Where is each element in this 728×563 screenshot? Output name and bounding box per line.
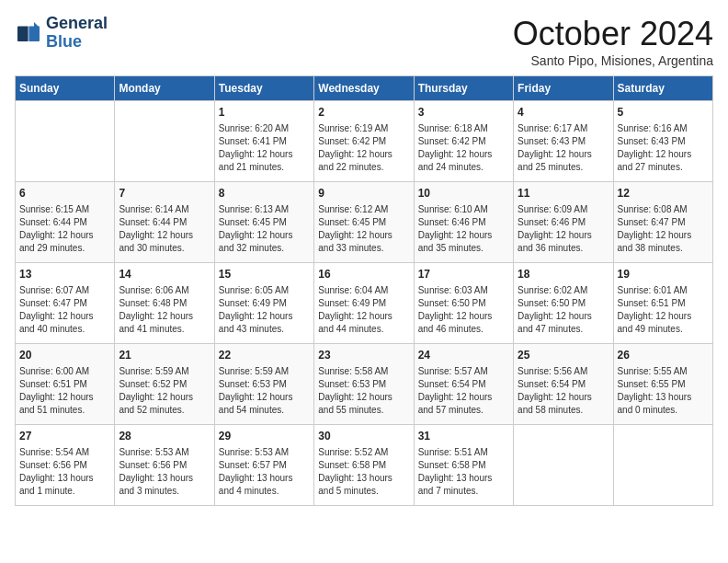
calendar-cell: 11Sunrise: 6:09 AM Sunset: 6:46 PM Dayli… xyxy=(514,182,613,263)
day-info: Sunrise: 6:20 AM Sunset: 6:41 PM Dayligh… xyxy=(219,122,310,174)
calendar-cell: 29Sunrise: 5:53 AM Sunset: 6:57 PM Dayli… xyxy=(214,425,313,506)
logo: General Blue xyxy=(15,15,108,52)
day-info: Sunrise: 6:02 AM Sunset: 6:50 PM Dayligh… xyxy=(518,284,609,336)
day-number: 22 xyxy=(219,348,310,363)
week-row-4: 20Sunrise: 6:00 AM Sunset: 6:51 PM Dayli… xyxy=(16,344,713,425)
day-info: Sunrise: 6:05 AM Sunset: 6:49 PM Dayligh… xyxy=(219,284,310,336)
calendar-cell: 21Sunrise: 5:59 AM Sunset: 6:52 PM Dayli… xyxy=(115,344,214,425)
day-info: Sunrise: 5:58 AM Sunset: 6:53 PM Dayligh… xyxy=(318,365,409,417)
day-info: Sunrise: 6:12 AM Sunset: 6:45 PM Dayligh… xyxy=(318,203,409,255)
day-number: 4 xyxy=(518,105,609,121)
day-info: Sunrise: 5:54 AM Sunset: 6:56 PM Dayligh… xyxy=(19,446,110,498)
calendar-cell: 23Sunrise: 5:58 AM Sunset: 6:53 PM Dayli… xyxy=(314,344,414,425)
calendar-cell: 15Sunrise: 6:05 AM Sunset: 6:49 PM Dayli… xyxy=(214,263,313,344)
day-number: 7 xyxy=(119,186,210,201)
week-row-5: 27Sunrise: 5:54 AM Sunset: 6:56 PM Dayli… xyxy=(16,425,713,506)
weekday-header-monday: Monday xyxy=(115,76,214,101)
calendar-cell: 12Sunrise: 6:08 AM Sunset: 6:47 PM Dayli… xyxy=(613,182,712,263)
week-row-1: 1Sunrise: 6:20 AM Sunset: 6:41 PM Daylig… xyxy=(16,101,713,182)
day-info: Sunrise: 6:08 AM Sunset: 6:47 PM Dayligh… xyxy=(618,203,709,255)
day-info: Sunrise: 6:19 AM Sunset: 6:42 PM Dayligh… xyxy=(318,122,409,174)
day-info: Sunrise: 6:14 AM Sunset: 6:44 PM Dayligh… xyxy=(119,203,210,255)
calendar-cell: 13Sunrise: 6:07 AM Sunset: 6:47 PM Dayli… xyxy=(16,263,115,344)
day-info: Sunrise: 6:09 AM Sunset: 6:46 PM Dayligh… xyxy=(518,203,609,255)
svg-rect-2 xyxy=(28,26,40,41)
day-number: 24 xyxy=(418,348,509,363)
title-area: October 2024 Santo Pipo, Misiones, Argen… xyxy=(513,15,713,68)
day-number: 23 xyxy=(318,348,409,363)
calendar-cell: 5Sunrise: 6:16 AM Sunset: 6:43 PM Daylig… xyxy=(613,101,712,182)
day-number: 8 xyxy=(219,186,310,201)
calendar-cell: 17Sunrise: 6:03 AM Sunset: 6:50 PM Dayli… xyxy=(414,263,513,344)
day-info: Sunrise: 6:10 AM Sunset: 6:46 PM Dayligh… xyxy=(418,203,509,255)
day-number: 30 xyxy=(318,429,409,444)
subtitle: Santo Pipo, Misiones, Argentina xyxy=(513,53,713,68)
calendar-cell: 25Sunrise: 5:56 AM Sunset: 6:54 PM Dayli… xyxy=(514,344,613,425)
weekday-header-row: SundayMondayTuesdayWednesdayThursdayFrid… xyxy=(16,76,713,101)
day-number: 17 xyxy=(418,267,509,282)
day-info: Sunrise: 5:56 AM Sunset: 6:54 PM Dayligh… xyxy=(518,365,609,417)
day-info: Sunrise: 6:06 AM Sunset: 6:48 PM Dayligh… xyxy=(119,284,210,336)
day-number: 29 xyxy=(219,429,310,444)
week-row-3: 13Sunrise: 6:07 AM Sunset: 6:47 PM Dayli… xyxy=(16,263,713,344)
day-number: 2 xyxy=(318,105,409,121)
month-title: October 2024 xyxy=(513,15,713,53)
day-info: Sunrise: 6:18 AM Sunset: 6:42 PM Dayligh… xyxy=(418,122,509,174)
day-number: 14 xyxy=(119,267,210,282)
calendar-cell: 20Sunrise: 6:00 AM Sunset: 6:51 PM Dayli… xyxy=(16,344,115,425)
calendar-cell: 18Sunrise: 6:02 AM Sunset: 6:50 PM Dayli… xyxy=(514,263,613,344)
day-info: Sunrise: 5:55 AM Sunset: 6:55 PM Dayligh… xyxy=(618,365,709,417)
weekday-header-tuesday: Tuesday xyxy=(214,76,313,101)
day-number: 6 xyxy=(19,186,110,201)
day-info: Sunrise: 5:53 AM Sunset: 6:57 PM Dayligh… xyxy=(219,446,310,498)
calendar-cell: 31Sunrise: 5:51 AM Sunset: 6:58 PM Dayli… xyxy=(414,425,513,506)
calendar-cell: 26Sunrise: 5:55 AM Sunset: 6:55 PM Dayli… xyxy=(613,344,712,425)
day-info: Sunrise: 6:17 AM Sunset: 6:43 PM Dayligh… xyxy=(518,122,609,174)
day-number: 25 xyxy=(518,348,609,363)
calendar-cell: 1Sunrise: 6:20 AM Sunset: 6:41 PM Daylig… xyxy=(214,101,313,182)
calendar-cell: 7Sunrise: 6:14 AM Sunset: 6:44 PM Daylig… xyxy=(115,182,214,263)
day-info: Sunrise: 6:03 AM Sunset: 6:50 PM Dayligh… xyxy=(418,284,509,336)
day-number: 5 xyxy=(618,105,709,121)
weekday-header-saturday: Saturday xyxy=(613,76,712,101)
week-row-2: 6Sunrise: 6:15 AM Sunset: 6:44 PM Daylig… xyxy=(16,182,713,263)
day-info: Sunrise: 6:15 AM Sunset: 6:44 PM Dayligh… xyxy=(19,203,110,255)
day-info: Sunrise: 5:59 AM Sunset: 6:53 PM Dayligh… xyxy=(219,365,310,417)
day-number: 26 xyxy=(618,348,709,363)
day-info: Sunrise: 5:57 AM Sunset: 6:54 PM Dayligh… xyxy=(418,365,509,417)
calendar-cell: 14Sunrise: 6:06 AM Sunset: 6:48 PM Dayli… xyxy=(115,263,214,344)
calendar-cell xyxy=(613,425,712,506)
day-number: 1 xyxy=(219,105,310,121)
logo-icon xyxy=(15,19,42,47)
day-info: Sunrise: 6:00 AM Sunset: 6:51 PM Dayligh… xyxy=(19,365,110,417)
calendar-table: SundayMondayTuesdayWednesdayThursdayFrid… xyxy=(15,75,713,506)
day-number: 20 xyxy=(19,348,110,363)
day-info: Sunrise: 6:01 AM Sunset: 6:51 PM Dayligh… xyxy=(618,284,709,336)
calendar-cell: 2Sunrise: 6:19 AM Sunset: 6:42 PM Daylig… xyxy=(314,101,414,182)
weekday-header-wednesday: Wednesday xyxy=(314,76,414,101)
day-number: 11 xyxy=(518,186,609,201)
calendar-cell: 27Sunrise: 5:54 AM Sunset: 6:56 PM Dayli… xyxy=(16,425,115,506)
weekday-header-sunday: Sunday xyxy=(16,76,115,101)
calendar-cell: 19Sunrise: 6:01 AM Sunset: 6:51 PM Dayli… xyxy=(613,263,712,344)
calendar-cell xyxy=(514,425,613,506)
day-number: 10 xyxy=(418,186,509,201)
day-number: 9 xyxy=(318,186,409,201)
calendar-cell: 4Sunrise: 6:17 AM Sunset: 6:43 PM Daylig… xyxy=(514,101,613,182)
calendar-cell xyxy=(115,101,214,182)
calendar-cell: 6Sunrise: 6:15 AM Sunset: 6:44 PM Daylig… xyxy=(16,182,115,263)
day-info: Sunrise: 6:04 AM Sunset: 6:49 PM Dayligh… xyxy=(318,284,409,336)
day-number: 27 xyxy=(19,429,110,444)
calendar-cell: 24Sunrise: 5:57 AM Sunset: 6:54 PM Dayli… xyxy=(414,344,513,425)
day-number: 12 xyxy=(618,186,709,201)
calendar-cell: 10Sunrise: 6:10 AM Sunset: 6:46 PM Dayli… xyxy=(414,182,513,263)
day-number: 13 xyxy=(19,267,110,282)
weekday-header-friday: Friday xyxy=(514,76,613,101)
header: General Blue October 2024 Santo Pipo, Mi… xyxy=(15,15,713,68)
calendar-cell: 22Sunrise: 5:59 AM Sunset: 6:53 PM Dayli… xyxy=(214,344,313,425)
svg-rect-1 xyxy=(17,26,28,41)
day-info: Sunrise: 5:52 AM Sunset: 6:58 PM Dayligh… xyxy=(318,446,409,498)
calendar-cell: 30Sunrise: 5:52 AM Sunset: 6:58 PM Dayli… xyxy=(314,425,414,506)
weekday-header-thursday: Thursday xyxy=(414,76,513,101)
day-info: Sunrise: 6:13 AM Sunset: 6:45 PM Dayligh… xyxy=(219,203,310,255)
